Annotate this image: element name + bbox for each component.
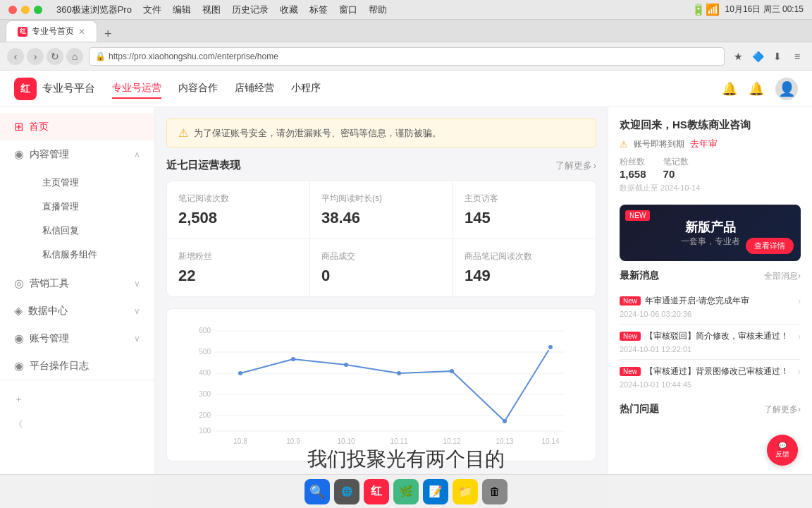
bell-icon[interactable]: 🔔 (749, 81, 764, 97)
nav-item-content-coop[interactable]: 内容合作 (178, 79, 218, 99)
svg-text:600: 600 (199, 327, 211, 334)
news-header: 最新消息 全部消息 › (620, 270, 801, 282)
nav-item-miniapp[interactable]: 小程序 (291, 79, 321, 99)
nav-item-store[interactable]: 店铺经营 (235, 79, 274, 99)
menu-help[interactable]: 帮助 (369, 4, 387, 16)
hot-questions-link[interactable]: 了解更多 › (764, 404, 801, 416)
sidebar-item-account[interactable]: ◉ 账号管理 ∨ (0, 325, 154, 352)
active-tab[interactable]: 红 专业号首页 ✕ (6, 20, 97, 42)
sidebar-item-content[interactable]: ◉ 内容管理 ∧ (0, 140, 154, 168)
bookmark-button[interactable]: ★ (730, 49, 746, 64)
close-button[interactable] (8, 6, 17, 14)
sidebar-item-live[interactable]: 直播管理 (31, 195, 154, 219)
sidebar-item-private-msg[interactable]: 私信回复 (31, 219, 154, 243)
news-section-title: 最新消息 (620, 270, 659, 282)
svg-point-19 (238, 371, 242, 375)
line-chart: 600 500 400 300 200 100 (178, 320, 584, 447)
svg-text:100: 100 (199, 427, 211, 435)
news-all-link[interactable]: 全部消息 › (764, 270, 801, 282)
menu-tags[interactable]: 标签 (309, 4, 328, 16)
sidebar-item-platform-log[interactable]: ◉ 平台操作日志 (0, 352, 154, 380)
welcome-title: 欢迎回来，HS教练商业咨询 (620, 119, 801, 132)
content-chevron-icon: ∧ (134, 150, 140, 159)
clock: 10月16日 周三 00:15 (725, 4, 804, 16)
hot-questions-link-text: 了解更多 (764, 404, 798, 416)
home-button[interactable]: ⌂ (66, 48, 83, 65)
menu-app[interactable]: 360极速浏览器Pro (56, 4, 132, 16)
menu-window[interactable]: 窗口 (339, 4, 357, 16)
url-text: https://pro.xiaohongshu.com/enterprise/h… (109, 52, 278, 61)
menu-edit[interactable]: 编辑 (173, 4, 191, 16)
news-item-1-chevron: › (798, 332, 801, 341)
titlebar: 360极速浏览器Pro 文件 编辑 视图 历史记录 收藏 标签 窗口 帮助 🔋📶… (0, 0, 812, 20)
news-all-chevron: › (798, 271, 801, 281)
sidebar-item-data[interactable]: ◈ 数据中心 ∨ (0, 297, 154, 325)
main-inner: ⚠ 为了保证账号安全，请勿泄漏账号、密码等信息，谨防被骗。 近七日运营表现 了解… (155, 107, 812, 508)
news-item-1[interactable]: New 【审核驳回】简介修改，审核未通过！ › 2024-10-01 12:22… (620, 325, 801, 360)
menu-view[interactable]: 视图 (202, 4, 221, 16)
menu-bar: 360极速浏览器Pro 文件 编辑 视图 历史记录 收藏 标签 窗口 帮助 (56, 4, 387, 16)
download-button[interactable]: ⬇ (770, 49, 785, 64)
menu-favorites[interactable]: 收藏 (280, 4, 298, 16)
dock: 🔍 🌐 红 🌿 📝 📁 🗑 (0, 474, 812, 508)
sidebar-item-marketing[interactable]: ◎ 营销工具 ∨ (0, 270, 154, 297)
notes-value: 70 (663, 168, 689, 180)
news-item-0[interactable]: New 年审通道开启-请您完成年审 › 2024-10-06 03:20:36 (620, 289, 801, 325)
nav-item-professional[interactable]: 专业号运营 (112, 79, 161, 99)
tab-close-button[interactable]: ✕ (78, 27, 85, 37)
account-renewal-link[interactable]: 去年审 (690, 138, 718, 150)
stats-more-link[interactable]: 了解更多 › (555, 159, 596, 172)
sidebar-item-private-service[interactable]: 私信服务组件 (31, 243, 154, 267)
tab-bar: 红 专业号首页 ✕ + (0, 20, 812, 42)
svg-point-21 (344, 363, 348, 367)
app-header: 红 专业号平台 专业号运营 内容合作 店铺经营 小程序 🔔 🔔 👤 (0, 71, 812, 107)
stat-label-5: 商品笔记阅读次数 (465, 250, 584, 262)
sidebar-add-button[interactable]: ＋ (0, 386, 154, 413)
menu-history[interactable]: 历史记录 (232, 4, 269, 16)
stat-card-5: 商品笔记阅读次数 149 (453, 239, 596, 296)
data-icon: ◈ (14, 304, 23, 318)
new-tab-button[interactable]: + (99, 27, 118, 42)
maximize-button[interactable] (34, 6, 42, 14)
dock-finder[interactable]: 🔍 (304, 479, 330, 504)
more-link-chevron: › (593, 160, 596, 171)
stats-grid: 笔记阅读次数 2,508 平均阅读时长(s) 38.46 主页访客 145 (166, 181, 596, 297)
news-item-2[interactable]: New 【审核通过】背景图修改已审核通过！ › 2024-10-01 10:44… (620, 360, 801, 394)
promo-banner[interactable]: NEW 新版产品 一套事，专业者 查看详情 (620, 205, 801, 261)
sidebar-collapse-button[interactable]: 《 (0, 413, 154, 436)
main-content: ⚠ 为了保证账号安全，请勿泄漏账号、密码等信息，谨防被骗。 近七日运营表现 了解… (155, 107, 812, 508)
dock-app-4[interactable]: 📁 (453, 479, 478, 504)
notification-icon[interactable]: 🔔 (722, 81, 737, 97)
alert-banner: ⚠ 为了保证账号安全，请勿泄漏账号、密码等信息，谨防被骗。 (166, 119, 596, 147)
feedback-button[interactable]: 💬 反馈 (767, 435, 798, 466)
menu-file[interactable]: 文件 (143, 4, 161, 16)
sidebar-item-home[interactable]: ⊞ 首页 (0, 113, 154, 140)
svg-text:10.8: 10.8 (233, 437, 247, 445)
news-badge-0: New (620, 296, 641, 306)
svg-text:10.13: 10.13 (496, 437, 513, 445)
dock-trash[interactable]: 🗑 (482, 479, 508, 504)
reload-button[interactable]: ↻ (47, 48, 63, 65)
stat-card-2: 主页访客 145 (453, 181, 596, 238)
settings-button[interactable]: ≡ (789, 49, 805, 64)
stats-section-title: 近七日运营表现 (166, 159, 240, 172)
svg-text:500: 500 (199, 348, 211, 356)
svg-text:400: 400 (199, 369, 211, 377)
dock-app-3[interactable]: 📝 (423, 479, 448, 504)
address-bar[interactable]: 🔒 https://pro.xiaohongshu.com/enterprise… (89, 47, 725, 66)
avatar[interactable]: 👤 (775, 78, 798, 100)
welcome-section: 欢迎回来，HS教练商业咨询 ⚠ 账号即将到期 去年审 粉丝数 1,658 (620, 119, 801, 193)
sidebar-item-main-page[interactable]: 主页管理 (31, 171, 154, 195)
forward-button[interactable]: › (27, 48, 44, 65)
news-item-2-chevron: › (798, 367, 801, 377)
back-button[interactable]: ‹ (7, 48, 24, 65)
banner-cta-button[interactable]: 查看详情 (746, 238, 794, 254)
dock-app-1[interactable]: 🌐 (334, 479, 359, 504)
dock-app-2[interactable]: 🌿 (393, 479, 419, 504)
add-icon: ＋ (14, 393, 23, 406)
stats-date: 数据截止至 2024-10-14 (620, 183, 801, 193)
extension-button[interactable]: 🔷 (750, 49, 765, 64)
traffic-lights (8, 6, 42, 14)
minimize-button[interactable] (21, 6, 30, 14)
dock-xiaohongshu[interactable]: 红 (364, 479, 389, 504)
